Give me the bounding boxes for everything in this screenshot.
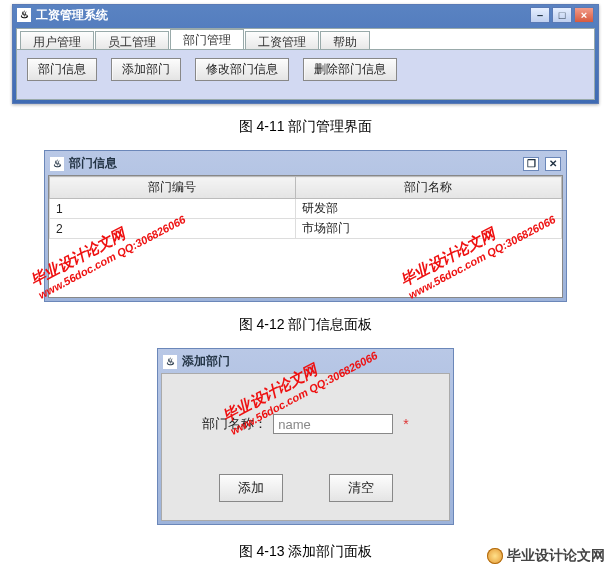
table-row[interactable]: 1 研发部 — [50, 199, 562, 219]
col-dept-id: 部门编号 — [50, 177, 296, 199]
main-tabs: 用户管理 员工管理 部门管理 工资管理 帮助 — [16, 28, 595, 50]
close-button[interactable]: × — [574, 7, 594, 23]
minimize-button[interactable]: – — [530, 7, 550, 23]
tab-salary-mgmt[interactable]: 工资管理 — [245, 31, 319, 49]
clear-button[interactable]: 清空 — [329, 474, 393, 502]
delete-dept-button[interactable]: 删除部门信息 — [303, 58, 397, 81]
maximize-button[interactable]: □ — [552, 7, 572, 23]
add-dept-button[interactable]: 添加部门 — [111, 58, 181, 81]
dept-info-frame: ♨ 部门信息 ❐ ✕ 部门编号 部门名称 — [44, 150, 567, 302]
add-button[interactable]: 添加 — [219, 474, 283, 502]
required-mark: * — [403, 416, 408, 432]
java-icon: ♨ — [50, 157, 64, 171]
window-title: 工资管理系统 — [36, 7, 108, 24]
figure-caption-2: 图 4-12 部门信息面板 — [2, 316, 609, 334]
iframe-titlebar: ♨ 添加部门 — [161, 352, 450, 373]
add-dept-form: 部门名称： * 添加 清空 — [161, 373, 450, 521]
java-icon: ♨ — [163, 355, 177, 369]
tab-user-mgmt[interactable]: 用户管理 — [20, 31, 94, 49]
add-dept-frame: ♨ 添加部门 部门名称： * 添加 清空 — [157, 348, 454, 525]
edit-dept-button[interactable]: 修改部门信息 — [195, 58, 289, 81]
dept-name-label: 部门名称： — [202, 415, 267, 433]
tab-help[interactable]: 帮助 — [320, 31, 370, 49]
iframe-title: 添加部门 — [182, 353, 230, 370]
iframe-titlebar: ♨ 部门信息 ❐ ✕ — [48, 154, 563, 175]
dept-table: 部门编号 部门名称 1 研发部 2 市场部门 — [48, 175, 563, 298]
dept-name-input[interactable] — [273, 414, 393, 434]
iframe-close-icon[interactable]: ✕ — [545, 157, 561, 171]
globe-icon — [487, 548, 503, 564]
toolbar: 部门信息 添加部门 修改部门信息 删除部门信息 — [16, 50, 595, 100]
main-window: ♨ 工资管理系统 – □ × 用户管理 员工管理 部门管理 工资管理 帮助 部门… — [12, 4, 599, 104]
dept-info-button[interactable]: 部门信息 — [27, 58, 97, 81]
tab-employee-mgmt[interactable]: 员工管理 — [95, 31, 169, 49]
footer-logo: 毕业设计论文网 — [487, 547, 605, 565]
table-row[interactable]: 2 市场部门 — [50, 219, 562, 239]
iframe-maximize-icon[interactable]: ❐ — [523, 157, 539, 171]
col-dept-name: 部门名称 — [295, 177, 561, 199]
tab-dept-mgmt[interactable]: 部门管理 — [170, 29, 244, 49]
java-icon: ♨ — [17, 8, 31, 22]
window-titlebar: ♨ 工资管理系统 – □ × — [13, 5, 598, 25]
iframe-title: 部门信息 — [69, 155, 117, 172]
figure-caption-1: 图 4-11 部门管理界面 — [2, 118, 609, 136]
